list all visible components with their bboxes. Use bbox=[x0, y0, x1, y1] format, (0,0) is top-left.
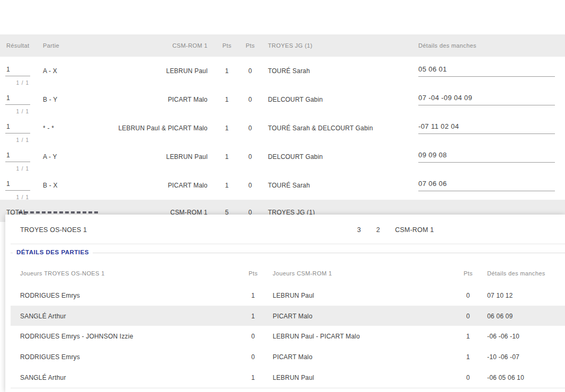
partie-label: B - X bbox=[43, 182, 58, 189]
pts-a: 1 bbox=[243, 374, 264, 381]
home-player: PICART Malo bbox=[90, 182, 208, 189]
header-partie: Partie bbox=[43, 42, 59, 49]
party-row[interactable]: RODRIGUES Emrys 1 LEBRUN Paul 0 07 10 12 bbox=[11, 285, 565, 306]
header-manches: Détails des manches bbox=[418, 42, 477, 49]
manches-input[interactable]: 07 -04 -09 04 09 bbox=[418, 94, 555, 105]
pts-a: 1 bbox=[243, 313, 264, 320]
match-row: 1 1 / 1 A - X LEBRUN Paul 1 0 TOURÉ Sara… bbox=[0, 57, 565, 86]
match-sheet-screen: Résultat Partie CSM-ROM 1 Pts Pts TROYES… bbox=[0, 0, 565, 392]
pts-home: 1 bbox=[217, 96, 237, 103]
match-row: 1 1 / 1 A - Y LEBRUN Paul 1 0 DELCOURT G… bbox=[0, 142, 565, 172]
pts-b: 1 bbox=[458, 333, 479, 340]
header-pts-home: Pts bbox=[217, 42, 237, 49]
partie-label: * - * bbox=[43, 124, 54, 132]
pts-away: 0 bbox=[240, 182, 260, 189]
match-row: 1 1 / 1 * - * LEBRUN Paul & PICART Malo … bbox=[0, 114, 565, 143]
pts-a: 0 bbox=[243, 353, 264, 361]
home-player: LEBRUN Paul bbox=[90, 153, 208, 161]
result-input[interactable]: 1 bbox=[5, 180, 30, 191]
pts-home: 1 bbox=[217, 67, 237, 75]
header-away-team: TROYES JG (1) bbox=[268, 42, 312, 49]
party-row[interactable]: RODRIGUES Emrys 0 PICART Malo 1 -10 -06 … bbox=[11, 346, 565, 368]
pts-home: 1 bbox=[217, 124, 237, 132]
player-b: PICART Malo bbox=[273, 353, 312, 361]
home-player: LEBRUN Paul & PICART Malo bbox=[90, 124, 208, 132]
results-table-header: Résultat Partie CSM-ROM 1 Pts Pts TROYES… bbox=[0, 34, 565, 57]
header-pts-away: Pts bbox=[240, 42, 260, 49]
match-details-panel: TROYES OS-NOES 1 3 2 CSM-ROM 1 DÉTAILS D… bbox=[5, 215, 565, 392]
manches-value: -06 05 06 10 bbox=[487, 374, 524, 381]
pts-home: 1 bbox=[217, 153, 237, 161]
away-player: TOURÉ Sarah bbox=[268, 67, 310, 75]
player-a: SANGLÉ Arthur bbox=[20, 374, 66, 381]
team-a-score: 3 bbox=[354, 226, 364, 234]
pts-a: 0 bbox=[243, 333, 264, 340]
section-divider bbox=[11, 253, 565, 253]
match-row: 1 1 / 1 B - X PICART Malo 1 0 TOURÉ Sara… bbox=[0, 171, 565, 200]
player-b: LEBRUN Paul - PICART Malo bbox=[273, 333, 360, 340]
pts-away: 0 bbox=[240, 96, 260, 103]
team-a-name: TROYES OS-NOES 1 bbox=[20, 226, 87, 234]
pts-away: 0 bbox=[240, 124, 260, 132]
pts-b: 0 bbox=[458, 313, 479, 320]
home-player: PICART Malo bbox=[90, 96, 208, 103]
match-row: 1 1 / 1 B - Y PICART Malo 1 0 DELCOURT G… bbox=[0, 85, 565, 114]
header-home-team: CSM-ROM 1 bbox=[90, 42, 208, 49]
team-b-score: 2 bbox=[373, 226, 383, 234]
result-input[interactable]: 1 bbox=[5, 66, 30, 76]
section-title-details-parties: DÉTAILS DES PARTIES bbox=[13, 249, 93, 255]
away-player: TOURÉ Sarah bbox=[268, 182, 310, 189]
player-a: SANGLÉ Arthur bbox=[20, 313, 66, 320]
party-row[interactable]: RODRIGUES Emrys - JOHNSON Izzie 0 LEBRUN… bbox=[11, 326, 565, 347]
result-input[interactable]: 1 bbox=[5, 152, 30, 162]
manches-input[interactable]: 05 06 01 bbox=[418, 65, 555, 77]
partie-label: A - X bbox=[43, 67, 57, 75]
header-players-a: Joueurs TROYES OS-NOES 1 bbox=[20, 270, 105, 277]
away-player: DELCOURT Gabin bbox=[268, 153, 323, 161]
pts-away: 0 bbox=[240, 153, 260, 161]
player-b: PICART Malo bbox=[273, 313, 312, 320]
header-pts-b: Pts bbox=[458, 270, 479, 277]
header-pts-a: Pts bbox=[243, 270, 264, 277]
header-manches-details: Détails des manches bbox=[487, 270, 545, 277]
partie-label: A - Y bbox=[43, 153, 57, 161]
result-input[interactable]: 1 bbox=[5, 94, 30, 105]
away-player: DELCOURT Gabin bbox=[268, 96, 323, 103]
manches-value: -10 -06 -07 bbox=[487, 353, 519, 361]
manches-value: -06 -06 -10 bbox=[487, 333, 519, 340]
manches-input[interactable]: 07 06 06 bbox=[418, 180, 555, 191]
manches-input[interactable]: 09 09 08 bbox=[418, 151, 555, 163]
result-input[interactable]: 1 bbox=[5, 123, 30, 133]
header-players-b: Joueurs CSM-ROM 1 bbox=[273, 270, 332, 277]
pts-b: 0 bbox=[458, 374, 479, 381]
occluded-text-fragment bbox=[19, 211, 98, 213]
partie-label: B - Y bbox=[43, 96, 57, 103]
away-player: TOURÉ Sarah & DELCOURT Gabin bbox=[268, 124, 373, 132]
manches-value: 06 06 09 bbox=[487, 313, 513, 320]
header-resultat: Résultat bbox=[6, 42, 30, 49]
party-row[interactable]: SANGLÉ Arthur 1 LEBRUN Paul 0 -06 05 06 … bbox=[11, 367, 565, 388]
player-a: RODRIGUES Emrys bbox=[20, 292, 80, 299]
player-a: RODRIGUES Emrys bbox=[20, 353, 80, 361]
pts-b: 0 bbox=[458, 292, 479, 299]
pts-b: 1 bbox=[458, 353, 479, 361]
manches-value: 07 10 12 bbox=[487, 292, 513, 299]
score-divider bbox=[11, 244, 565, 244]
player-b: LEBRUN Paul bbox=[273, 292, 314, 299]
team-b-name: CSM-ROM 1 bbox=[395, 226, 434, 234]
player-b: LEBRUN Paul bbox=[273, 374, 314, 381]
pts-away: 0 bbox=[240, 67, 260, 75]
manches-input[interactable]: -07 11 02 04 bbox=[418, 122, 555, 134]
home-player: LEBRUN Paul bbox=[90, 67, 208, 75]
party-row[interactable]: SANGLÉ Arthur 1 PICART Malo 0 06 06 09 bbox=[11, 306, 565, 327]
pts-home: 1 bbox=[217, 182, 237, 189]
pts-a: 1 bbox=[243, 292, 264, 299]
player-a: RODRIGUES Emrys - JOHNSON Izzie bbox=[20, 333, 133, 340]
